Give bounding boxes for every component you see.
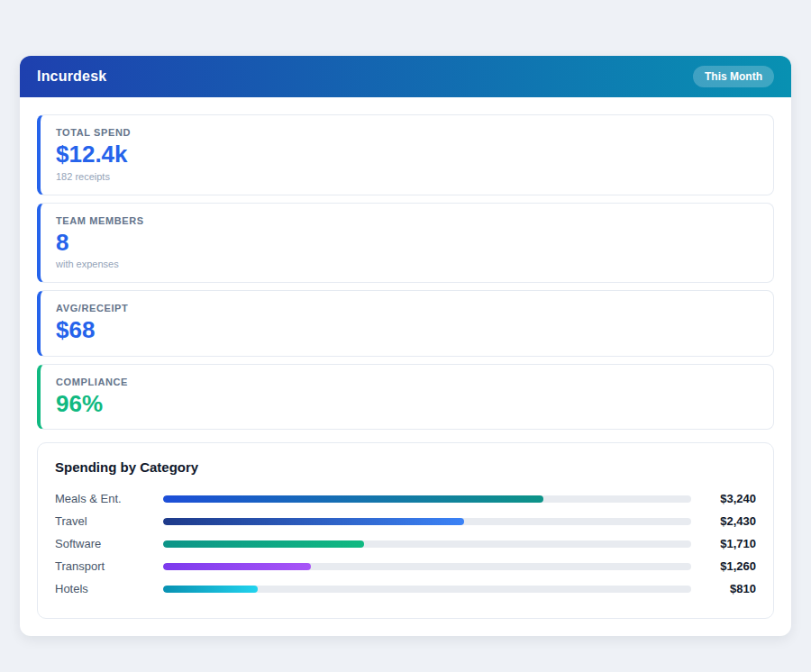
category-label: Hotels <box>55 582 163 595</box>
category-value: $1,260 <box>691 559 756 573</box>
stat-value: $12.4k <box>56 141 758 168</box>
stat-value: 8 <box>56 230 758 256</box>
stat-label: TOTAL SPEND <box>56 127 758 138</box>
bar-fill-software <box>163 540 364 548</box>
dashboard-content: TOTAL SPEND $12.4k 182 receipts TEAM MEM… <box>20 97 791 636</box>
category-label: Travel <box>55 514 163 528</box>
spending-row-software: Software $1,710 <box>55 532 756 555</box>
stat-subtext: 182 receipts <box>56 171 758 182</box>
bar-fill-meals <box>163 495 543 503</box>
spending-card-title: Spending by Category <box>55 459 756 475</box>
stat-label: TEAM MEMBERS <box>56 215 758 226</box>
bar-track <box>163 563 691 570</box>
stat-subtext: with expenses <box>56 259 758 269</box>
bar-fill-hotels <box>163 586 258 593</box>
bar-fill-travel <box>163 518 464 525</box>
bar-track <box>163 586 691 593</box>
category-value: $810 <box>691 582 756 595</box>
stat-card-avg-receipt: AVG/RECEIPT $68 <box>37 290 774 357</box>
category-value: $2,430 <box>691 514 756 528</box>
spending-row-transport: Transport $1,260 <box>55 555 756 577</box>
bar-fill-transport <box>163 563 311 570</box>
app-header: Incurdesk This Month <box>20 56 791 97</box>
bar-track <box>163 540 691 548</box>
spending-by-category-card: Spending by Category Meals & Ent. $3,240… <box>37 442 774 619</box>
bar-track <box>163 518 691 525</box>
stat-card-compliance: COMPLIANCE 96% <box>37 364 774 431</box>
period-badge[interactable]: This Month <box>693 66 774 87</box>
app-title: Incurdesk <box>37 68 106 85</box>
spending-row-hotels: Hotels $810 <box>55 577 756 600</box>
category-value: $1,710 <box>691 537 756 550</box>
stat-value: 96% <box>56 391 758 417</box>
stat-label: AVG/RECEIPT <box>56 303 758 313</box>
category-label: Software <box>55 537 163 550</box>
stat-card-total-spend: TOTAL SPEND $12.4k 182 receipts <box>37 114 774 195</box>
spending-row-meals: Meals & Ent. $3,240 <box>55 487 756 510</box>
category-label: Transport <box>55 559 163 573</box>
category-label: Meals & Ent. <box>55 492 163 505</box>
spending-row-travel: Travel $2,430 <box>55 510 756 532</box>
stat-value: $68 <box>56 317 758 343</box>
stat-label: COMPLIANCE <box>56 377 758 387</box>
category-value: $3,240 <box>691 492 756 505</box>
dashboard-card: Incurdesk This Month TOTAL SPEND $12.4k … <box>20 56 791 636</box>
stat-card-team-members: TEAM MEMBERS 8 with expenses <box>37 203 774 284</box>
bar-track <box>163 495 691 503</box>
